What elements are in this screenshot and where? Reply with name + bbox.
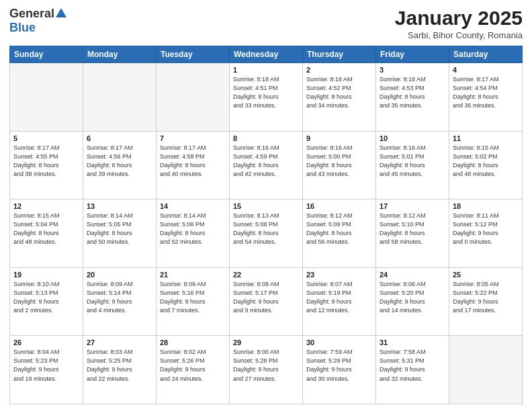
day-number: 16 (306, 202, 372, 210)
month-title: January 2025 (395, 7, 523, 29)
day-info: Sunrise: 8:15 AM Sunset: 5:04 PM Dayligh… (13, 212, 79, 246)
page: General Blue January 2025 Sarbi, Bihor C… (0, 0, 532, 411)
calendar-cell: 4Sunrise: 8:17 AM Sunset: 4:54 PM Daylig… (449, 63, 523, 132)
calendar-cell: 21Sunrise: 8:09 AM Sunset: 5:16 PM Dayli… (157, 267, 230, 336)
weekday-header-thursday: Thursday (303, 46, 376, 63)
day-number: 19 (13, 271, 79, 279)
day-number: 14 (160, 202, 226, 210)
day-info: Sunrise: 8:12 AM Sunset: 5:10 PM Dayligh… (380, 212, 445, 246)
day-info: Sunrise: 8:05 AM Sunset: 5:22 PM Dayligh… (453, 280, 519, 315)
day-info: Sunrise: 8:14 AM Sunset: 5:06 PM Dayligh… (160, 212, 226, 246)
header: General Blue January 2025 Sarbi, Bihor C… (9, 7, 523, 40)
day-number: 31 (380, 338, 445, 347)
day-info: Sunrise: 8:00 AM Sunset: 5:28 PM Dayligh… (233, 348, 299, 383)
day-number: 4 (453, 66, 519, 74)
weekday-header-wednesday: Wednesday (230, 46, 303, 63)
calendar-cell: 3Sunrise: 8:18 AM Sunset: 4:53 PM Daylig… (376, 63, 449, 132)
calendar-cell: 25Sunrise: 8:05 AM Sunset: 5:22 PM Dayli… (449, 267, 523, 336)
day-number: 20 (87, 271, 152, 279)
calendar-cell: 14Sunrise: 8:14 AM Sunset: 5:06 PM Dayli… (157, 199, 230, 268)
day-info: Sunrise: 8:04 AM Sunset: 5:23 PM Dayligh… (13, 348, 79, 383)
calendar-cell (157, 63, 230, 132)
calendar-cell (83, 63, 157, 132)
calendar-cell (449, 336, 523, 404)
calendar-cell: 22Sunrise: 8:08 AM Sunset: 5:17 PM Dayli… (230, 267, 303, 336)
day-number: 30 (306, 338, 372, 347)
day-number: 7 (160, 134, 226, 142)
day-info: Sunrise: 8:12 AM Sunset: 5:09 PM Dayligh… (306, 212, 372, 246)
title-block: January 2025 Sarbi, Bihor County, Romani… (395, 7, 523, 40)
calendar-cell: 15Sunrise: 8:13 AM Sunset: 5:08 PM Dayli… (230, 199, 303, 268)
day-number: 1 (233, 66, 299, 74)
day-info: Sunrise: 8:15 AM Sunset: 5:02 PM Dayligh… (453, 144, 519, 179)
day-number: 10 (380, 134, 445, 142)
weekday-header-sunday: Sunday (10, 46, 83, 63)
calendar-cell: 31Sunrise: 7:58 AM Sunset: 5:31 PM Dayli… (376, 336, 449, 404)
calendar-cell: 11Sunrise: 8:15 AM Sunset: 5:02 PM Dayli… (449, 131, 523, 199)
day-info: Sunrise: 8:18 AM Sunset: 4:51 PM Dayligh… (233, 75, 299, 110)
day-number: 3 (380, 66, 445, 74)
day-number: 27 (87, 338, 152, 347)
day-number: 24 (380, 271, 445, 279)
calendar-cell: 5Sunrise: 8:17 AM Sunset: 4:55 PM Daylig… (10, 131, 83, 199)
day-number: 15 (233, 202, 299, 210)
calendar-cell: 19Sunrise: 8:10 AM Sunset: 5:13 PM Dayli… (10, 267, 83, 336)
calendar-cell: 28Sunrise: 8:02 AM Sunset: 5:26 PM Dayli… (157, 336, 230, 404)
day-info: Sunrise: 8:17 AM Sunset: 4:55 PM Dayligh… (13, 144, 79, 179)
day-number: 6 (87, 134, 152, 142)
calendar-cell: 18Sunrise: 8:11 AM Sunset: 5:12 PM Dayli… (449, 199, 523, 268)
day-info: Sunrise: 8:18 AM Sunset: 4:53 PM Dayligh… (380, 75, 445, 110)
day-number: 12 (13, 202, 79, 210)
calendar-cell: 12Sunrise: 8:15 AM Sunset: 5:04 PM Dayli… (10, 199, 83, 268)
weekday-header-friday: Friday (376, 46, 449, 63)
weekday-header-monday: Monday (83, 46, 157, 63)
day-number: 2 (306, 66, 372, 74)
calendar-cell (10, 63, 83, 132)
logo-general-text: General (9, 7, 54, 21)
day-number: 9 (306, 134, 372, 142)
day-info: Sunrise: 7:58 AM Sunset: 5:31 PM Dayligh… (380, 348, 445, 383)
day-info: Sunrise: 7:59 AM Sunset: 5:29 PM Dayligh… (306, 348, 372, 383)
day-number: 8 (233, 134, 299, 142)
location: Sarbi, Bihor County, Romania (395, 30, 523, 40)
weekday-header-saturday: Saturday (449, 46, 523, 63)
day-number: 21 (160, 271, 226, 279)
day-info: Sunrise: 8:16 AM Sunset: 4:59 PM Dayligh… (233, 144, 299, 179)
logo-blue-text: Blue (9, 21, 36, 35)
day-info: Sunrise: 8:02 AM Sunset: 5:26 PM Dayligh… (160, 348, 226, 383)
day-info: Sunrise: 8:11 AM Sunset: 5:12 PM Dayligh… (453, 212, 519, 246)
calendar-cell: 17Sunrise: 8:12 AM Sunset: 5:10 PM Dayli… (376, 199, 449, 268)
day-number: 25 (453, 271, 519, 279)
day-number: 26 (13, 338, 79, 347)
day-number: 11 (453, 134, 519, 142)
day-number: 29 (233, 338, 299, 347)
day-number: 5 (13, 134, 79, 142)
day-info: Sunrise: 8:09 AM Sunset: 5:16 PM Dayligh… (160, 280, 226, 315)
day-info: Sunrise: 8:06 AM Sunset: 5:20 PM Dayligh… (380, 280, 445, 315)
day-info: Sunrise: 8:17 AM Sunset: 4:54 PM Dayligh… (453, 75, 519, 110)
day-info: Sunrise: 8:10 AM Sunset: 5:13 PM Dayligh… (13, 280, 79, 315)
day-number: 13 (87, 202, 152, 210)
day-info: Sunrise: 8:18 AM Sunset: 4:52 PM Dayligh… (306, 75, 372, 110)
calendar-cell: 8Sunrise: 8:16 AM Sunset: 4:59 PM Daylig… (230, 131, 303, 199)
logo-triangle-icon (56, 8, 66, 17)
day-info: Sunrise: 8:07 AM Sunset: 5:19 PM Dayligh… (306, 280, 372, 315)
calendar-cell: 13Sunrise: 8:14 AM Sunset: 5:05 PM Dayli… (83, 199, 157, 268)
day-info: Sunrise: 8:14 AM Sunset: 5:05 PM Dayligh… (87, 212, 152, 246)
calendar-cell: 24Sunrise: 8:06 AM Sunset: 5:20 PM Dayli… (376, 267, 449, 336)
calendar-cell: 27Sunrise: 8:03 AM Sunset: 5:25 PM Dayli… (83, 336, 157, 404)
calendar-cell: 9Sunrise: 8:16 AM Sunset: 5:00 PM Daylig… (303, 131, 376, 199)
calendar-cell: 10Sunrise: 8:16 AM Sunset: 5:01 PM Dayli… (376, 131, 449, 199)
day-number: 17 (380, 202, 445, 210)
day-number: 28 (160, 338, 226, 347)
day-number: 22 (233, 271, 299, 279)
calendar-cell: 20Sunrise: 8:09 AM Sunset: 5:14 PM Dayli… (83, 267, 157, 336)
calendar-cell: 6Sunrise: 8:17 AM Sunset: 4:56 PM Daylig… (83, 131, 157, 199)
day-number: 18 (453, 202, 519, 210)
calendar-cell: 2Sunrise: 8:18 AM Sunset: 4:52 PM Daylig… (303, 63, 376, 132)
day-info: Sunrise: 8:13 AM Sunset: 5:08 PM Dayligh… (233, 212, 299, 246)
calendar-cell: 16Sunrise: 8:12 AM Sunset: 5:09 PM Dayli… (303, 199, 376, 268)
calendar-cell: 23Sunrise: 8:07 AM Sunset: 5:19 PM Dayli… (303, 267, 376, 336)
calendar-cell: 30Sunrise: 7:59 AM Sunset: 5:29 PM Dayli… (303, 336, 376, 404)
day-number: 23 (306, 271, 372, 279)
